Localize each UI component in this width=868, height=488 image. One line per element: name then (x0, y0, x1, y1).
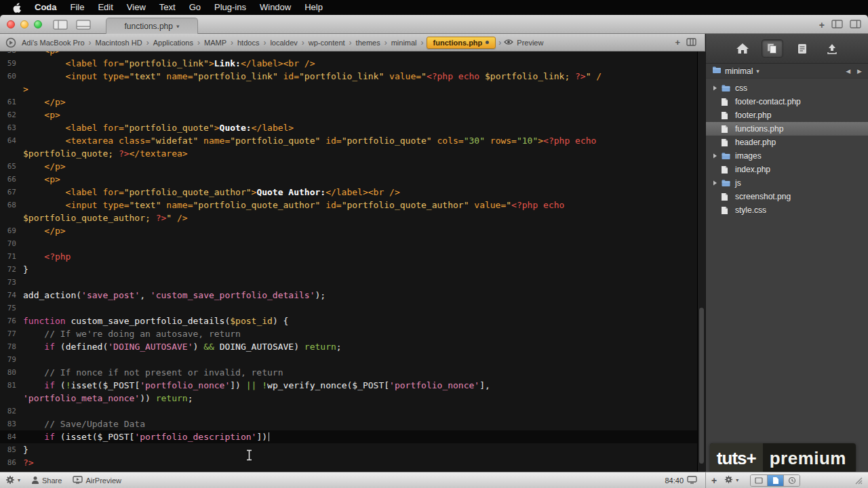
code-line[interactable]: 61 </p> (0, 96, 697, 108)
code-line[interactable]: 65 </p> (0, 160, 697, 173)
airpreview-button[interactable]: AirPreview (67, 476, 127, 485)
file-item-index-php[interactable]: index.php (706, 163, 868, 176)
menu-window[interactable]: Window (253, 0, 298, 15)
menu-go[interactable]: Go (182, 0, 208, 15)
menu-help[interactable]: Help (298, 0, 330, 15)
disclosure-triangle-icon[interactable] (713, 153, 721, 159)
tab-overview-button[interactable] (831, 19, 843, 31)
code-line[interactable]: 69 </p> (0, 224, 697, 237)
breadcrumb-item[interactable]: MAMP (203, 39, 228, 47)
columns-icon[interactable] (686, 38, 696, 47)
editor-layout-button[interactable] (53, 20, 68, 30)
menu-coda[interactable]: Coda (28, 0, 64, 15)
file-item-js[interactable]: js (706, 176, 868, 190)
scrollbar-thumb[interactable] (699, 308, 704, 463)
code-editor[interactable]: 58 <p>59 <label for="portfolio_link">Lin… (0, 52, 705, 472)
active-file-tab[interactable]: functions.php (427, 37, 496, 49)
close-button[interactable] (7, 20, 15, 28)
file-item-style-css[interactable]: style.css (706, 203, 868, 217)
share-button[interactable]: Share (26, 476, 67, 485)
file-item-screenshot-png[interactable]: screenshot.png (706, 190, 868, 203)
code-line[interactable]: 79 (0, 353, 697, 366)
sidebar-settings-button[interactable]: ▾ (724, 475, 738, 485)
code-line[interactable]: 64 <textarea class="widefat" name="portf… (0, 134, 697, 147)
menu-view[interactable]: View (120, 0, 153, 15)
code-line[interactable]: 74add_action('save_post', 'custom_save_p… (0, 289, 697, 302)
file-item-css[interactable]: css (706, 81, 868, 95)
menu-text[interactable]: Text (153, 0, 182, 15)
resize-grip[interactable] (854, 476, 863, 485)
code-line[interactable]: 72} (0, 263, 697, 276)
menu-plug-ins[interactable]: Plug-ins (208, 0, 253, 15)
breadcrumb-item[interactable]: Macintosh HD (94, 39, 144, 47)
panes-button[interactable] (850, 19, 861, 31)
file-item-footer-contact-php[interactable]: footer-contact.php (706, 95, 868, 108)
forward-arrow-icon[interactable]: ▶ (857, 68, 862, 75)
code-line[interactable]: 70 (0, 237, 697, 250)
panel-toggle-editor[interactable] (751, 475, 767, 486)
code-line[interactable]: 78 if (defined('DOING_AUTOSAVE') && DOIN… (0, 340, 697, 353)
breadcrumb-item[interactable]: Adi's MacBook Pro (20, 39, 86, 47)
panel-toggle-history[interactable] (783, 475, 800, 486)
add-tab-button[interactable]: + (675, 37, 680, 47)
code-line[interactable]: 81 if (!isset($_POST['portfolio_nonce'])… (0, 379, 697, 392)
code-line[interactable]: $portfolio_quote; ?></textarea> (0, 147, 697, 160)
code-line[interactable]: > (0, 83, 697, 96)
settings-button[interactable]: ▾ (0, 475, 26, 486)
code-token: ); (315, 290, 326, 300)
code-line[interactable]: 83 // Save/Update Data (0, 418, 697, 430)
zoom-button[interactable] (34, 20, 42, 28)
code-line[interactable]: 86?> (0, 456, 697, 469)
preview-button[interactable]: Preview (504, 39, 543, 47)
code-line[interactable]: 76function custom_save_portfolio_details… (0, 314, 697, 327)
code-line[interactable]: 82 (0, 405, 697, 418)
menu-file[interactable]: File (64, 0, 92, 15)
code-line[interactable]: 60 <input type="text" name="portfolio_li… (0, 70, 697, 83)
code-line[interactable]: 66 <p> (0, 173, 697, 186)
editor-scrollbar[interactable] (697, 52, 705, 472)
code-line[interactable]: $portfolio_quote_author; ?>" /> (0, 211, 697, 224)
code-line[interactable]: 68 <input type="text" name="portfolio_qu… (0, 199, 697, 211)
code-line[interactable]: 73 (0, 276, 697, 289)
code-line[interactable]: 63 <label for="portfolio_quote">Quote:</… (0, 121, 697, 134)
code-line[interactable]: 85} (0, 443, 697, 456)
code-line[interactable]: 84 if (isset($_POST['portfolio_descripti… (0, 430, 697, 443)
breadcrumb-item[interactable]: localdev (269, 39, 298, 47)
panel-toggle-files[interactable] (767, 475, 783, 486)
code-line[interactable]: 77 // If we're doing an autosave, return (0, 327, 697, 340)
new-tab-button[interactable]: + (819, 20, 825, 30)
code-line[interactable]: 80 // If nonce if not present or invalid… (0, 366, 697, 379)
breadcrumb-item[interactable]: minimal (390, 39, 418, 47)
code-line[interactable]: 59 <label for="portfolio_link">Link:</la… (0, 57, 697, 70)
breadcrumb-item[interactable]: Applications (152, 39, 195, 47)
code-line[interactable]: 67 <label for="portfolio_quote_author">Q… (0, 186, 697, 199)
back-arrow-icon[interactable]: ◀ (846, 68, 850, 75)
apple-menu-icon[interactable] (7, 3, 28, 13)
breadcrumb-item[interactable]: wp-content (307, 39, 347, 47)
files-panel-icon[interactable] (762, 39, 783, 58)
minimize-button[interactable] (20, 20, 28, 28)
code-line[interactable]: 75 (0, 302, 697, 314)
breadcrumb-item[interactable]: htdocs (236, 39, 260, 47)
disclosure-triangle-icon[interactable] (713, 180, 721, 186)
code-line[interactable]: 62 <p> (0, 108, 697, 121)
file-item-header-php[interactable]: header.php (706, 136, 868, 149)
title-bar[interactable]: functions.php ▾ + (0, 15, 868, 34)
publish-upload-icon[interactable] (821, 39, 843, 58)
clips-panel-icon[interactable] (791, 39, 813, 58)
document-tab[interactable]: functions.php ▾ (106, 18, 198, 34)
home-icon[interactable] (732, 39, 753, 58)
menu-edit[interactable]: Edit (91, 0, 119, 15)
folder-selector[interactable]: minimal ▾ ◀ ▶ (706, 64, 868, 79)
code-line[interactable]: 58 <p> (0, 52, 697, 57)
file-item-footer-php[interactable]: footer.php (706, 108, 868, 122)
code-line[interactable]: 71 <?php (0, 250, 697, 263)
file-item-functions-php[interactable]: functions.php (706, 122, 868, 136)
disclosure-triangle-icon[interactable] (713, 85, 721, 91)
add-file-button[interactable]: + (711, 475, 717, 486)
file-item-images[interactable]: images (706, 149, 868, 163)
sites-root-icon[interactable] (5, 37, 16, 48)
split-layout-button[interactable] (76, 20, 91, 30)
code-line[interactable]: 'portfolio_meta_nonce')) return; (0, 392, 697, 405)
breadcrumb-item[interactable]: themes (355, 39, 382, 47)
